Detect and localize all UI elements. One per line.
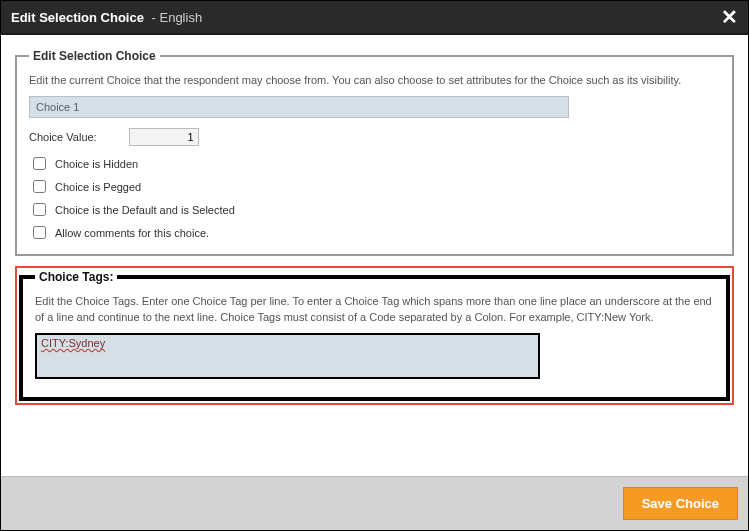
cb-comments-row[interactable]: Allow comments for this choice.: [29, 223, 720, 242]
cb-comments-label: Allow comments for this choice.: [55, 227, 209, 239]
cb-hidden-row[interactable]: Choice is Hidden: [29, 154, 720, 173]
save-choice-button[interactable]: Save Choice: [623, 487, 738, 520]
modal-dialog: Edit Selection Choice - English ✕ Edit S…: [0, 0, 749, 531]
choice-value-label: Choice Value:: [29, 131, 97, 143]
edit-choice-legend: Edit Selection Choice: [29, 49, 160, 63]
cb-hidden-label: Choice is Hidden: [55, 158, 138, 170]
cb-pegged-row[interactable]: Choice is Pegged: [29, 177, 720, 196]
cb-hidden[interactable]: [33, 157, 46, 170]
cb-pegged-label: Choice is Pegged: [55, 181, 141, 193]
choice-tags-help: Edit the Choice Tags. Enter one Choice T…: [35, 294, 714, 325]
dialog-footer: Save Choice: [1, 476, 748, 530]
dialog-title: Edit Selection Choice - English: [11, 10, 202, 25]
cb-default-label: Choice is the Default and is Selected: [55, 204, 235, 216]
choice-tags-group: Choice Tags: Edit the Choice Tags. Enter…: [19, 270, 730, 401]
title-lang: - English: [148, 10, 202, 25]
cb-pegged[interactable]: [33, 180, 46, 193]
choice-value-input[interactable]: [129, 128, 199, 146]
choice-tags-input[interactable]: [35, 333, 540, 379]
cb-default[interactable]: [33, 203, 46, 216]
choice-tags-highlight: Choice Tags: Edit the Choice Tags. Enter…: [15, 266, 734, 405]
checkbox-list: Choice is Hidden Choice is Pegged Choice…: [29, 154, 720, 242]
close-icon[interactable]: ✕: [721, 7, 738, 27]
edit-choice-help: Edit the current Choice that the respond…: [29, 73, 720, 88]
choice-tags-legend: Choice Tags:: [35, 270, 117, 284]
titlebar: Edit Selection Choice - English ✕: [1, 1, 748, 35]
edit-choice-group: Edit Selection Choice Edit the current C…: [15, 49, 734, 256]
choice-name-input[interactable]: [29, 96, 569, 118]
choice-value-row: Choice Value:: [29, 128, 720, 146]
cb-default-row[interactable]: Choice is the Default and is Selected: [29, 200, 720, 219]
title-main: Edit Selection Choice: [11, 10, 144, 25]
dialog-body: Edit Selection Choice Edit the current C…: [1, 35, 748, 476]
cb-comments[interactable]: [33, 226, 46, 239]
